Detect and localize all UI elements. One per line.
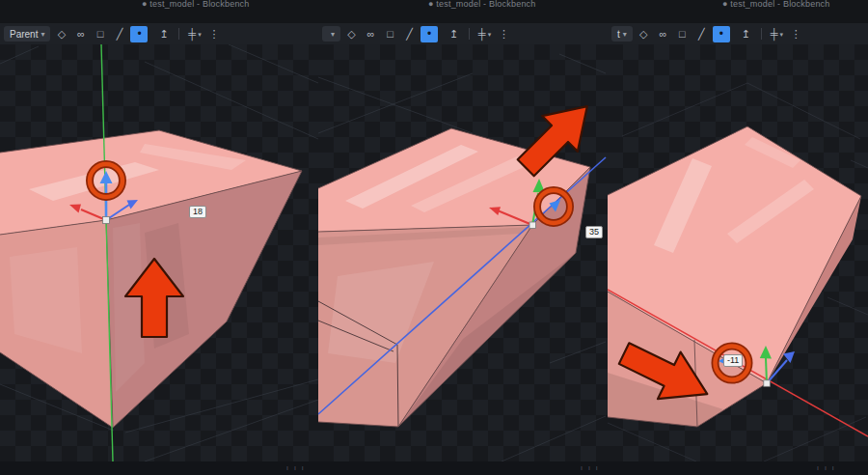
viewport-canvas-right[interactable] <box>608 44 868 461</box>
cube-tool-button[interactable]: □ <box>674 26 691 42</box>
tune-icon: ╪ <box>478 29 486 40</box>
tune-icon: ╪ <box>188 29 196 40</box>
link-tool-button[interactable]: ∞ <box>655 26 671 42</box>
statusbar-clipped-text: ı ı ı <box>581 464 600 471</box>
tune-button[interactable]: ╪ ▾ <box>769 26 785 42</box>
cube-tool-button[interactable]: □ <box>92 26 108 42</box>
titlebar: ● test_model - Blockbench <box>608 0 868 23</box>
kebab-menu-icon: ⋮ <box>499 29 509 40</box>
export-icon: ↥ <box>449 29 458 40</box>
gem-tool-button[interactable]: ◇ <box>636 26 652 42</box>
viewport[interactable]: 35 <box>318 44 608 461</box>
chevron-down-icon: ▾ <box>331 30 335 39</box>
line-icon: ╱ <box>698 29 705 40</box>
export-button[interactable]: ↥ <box>738 26 754 42</box>
cube-icon: □ <box>387 29 393 40</box>
window-title: ● test_model - Blockbench <box>722 0 830 9</box>
viewport[interactable]: -11 <box>608 44 868 461</box>
blockbench-window-right: ● test_model - Blockbench t ▾ ◇ ∞ □ ╱ • … <box>608 0 868 475</box>
link-icon: ∞ <box>77 29 85 40</box>
tune-button[interactable]: ╪ ▾ <box>476 26 493 42</box>
toolbar-separator <box>469 28 470 40</box>
box-model <box>318 128 590 427</box>
line-tool-button[interactable]: ╱ <box>401 26 418 42</box>
titlebar: ● test_model - Blockbench <box>318 0 608 23</box>
link-icon: ∞ <box>659 29 666 40</box>
vertex-dot-icon: • <box>719 28 723 40</box>
toolbar: t ▾ ◇ ∞ □ ╱ • ↥ ╪ ▾ ⋮ <box>608 23 868 44</box>
status-bar: ı ı ı ı ı ı ı ı ı <box>0 461 868 475</box>
parent-dropdown[interactable]: ▾ <box>322 26 340 42</box>
viewport-canvas-left[interactable] <box>0 44 318 461</box>
statusbar-clipped-text: ı ı ı <box>817 464 836 471</box>
export-button[interactable]: ↥ <box>155 26 172 42</box>
cube-icon: □ <box>97 29 104 40</box>
gem-icon: ◇ <box>639 29 647 40</box>
toolbar-separator <box>178 28 179 40</box>
chevron-down-icon: ▾ <box>488 31 492 38</box>
kebab-menu-icon: ⋮ <box>208 29 219 40</box>
line-tool-button[interactable]: ╱ <box>111 26 127 42</box>
gem-tool-button[interactable]: ◇ <box>53 26 69 42</box>
parent-dropdown[interactable]: Parent ▾ <box>4 26 50 42</box>
window-title: ● test_model - Blockbench <box>428 0 536 9</box>
overflow-menu-button[interactable]: ⋮ <box>496 26 512 42</box>
vertex-mode-button[interactable]: • <box>420 26 438 42</box>
parent-dropdown-label: t <box>617 29 620 40</box>
drag-value-badge: -11 <box>723 354 743 367</box>
chevron-down-icon: ▾ <box>198 31 202 38</box>
gem-icon: ◇ <box>347 29 355 40</box>
overflow-menu-button[interactable]: ⋮ <box>788 26 804 42</box>
export-icon: ↥ <box>742 29 750 40</box>
titlebar: ● test_model - Blockbench <box>0 0 318 23</box>
drag-value-badge: 35 <box>585 226 603 238</box>
toolbar: Parent ▾ ◇ ∞ □ ╱ • ↥ ╪ ▾ ⋮ <box>0 23 318 44</box>
blockbench-window-middle: ● test_model - Blockbench ▾ ◇ ∞ □ ╱ • ↥ … <box>318 0 608 475</box>
window-title: ● test_model - Blockbench <box>142 0 250 9</box>
composite-screenshot: ● test_model - Blockbench Parent ▾ ◇ ∞ □… <box>0 0 868 475</box>
viewport[interactable]: 18 <box>0 44 318 461</box>
parent-dropdown-label: Parent <box>10 29 38 40</box>
tune-button[interactable]: ╪ ▾ <box>186 26 203 42</box>
vertex-dot-icon: • <box>427 28 431 40</box>
overflow-menu-button[interactable]: ⋮ <box>205 26 222 42</box>
toolbar: ▾ ◇ ∞ □ ╱ • ↥ ╪ ▾ ⋮ <box>318 23 608 44</box>
export-icon: ↥ <box>159 29 168 40</box>
gem-icon: ◇ <box>58 29 66 40</box>
blockbench-window-left: ● test_model - Blockbench Parent ▾ ◇ ∞ □… <box>0 0 318 475</box>
link-tool-button[interactable]: ∞ <box>363 26 379 42</box>
cube-icon: □ <box>679 29 686 40</box>
export-button[interactable]: ↥ <box>446 26 462 42</box>
gem-tool-button[interactable]: ◇ <box>343 26 360 42</box>
line-icon: ╱ <box>117 29 123 40</box>
viewport-canvas-middle[interactable] <box>318 44 608 461</box>
chevron-down-icon: ▾ <box>623 30 627 39</box>
line-icon: ╱ <box>406 29 413 40</box>
vertex-mode-button[interactable]: • <box>130 26 148 42</box>
parent-dropdown[interactable]: t ▾ <box>611 26 633 42</box>
line-tool-button[interactable]: ╱ <box>693 26 710 42</box>
link-tool-button[interactable]: ∞ <box>72 26 89 42</box>
statusbar-clipped-text: ı ı ı <box>286 464 306 471</box>
chevron-down-icon: ▾ <box>41 30 44 39</box>
toolbar-separator <box>761 28 762 40</box>
drag-value-badge: 18 <box>189 206 206 218</box>
kebab-menu-icon: ⋮ <box>791 29 801 40</box>
link-icon: ∞ <box>367 29 375 40</box>
chevron-down-icon: ▾ <box>779 31 783 38</box>
tune-icon: ╪ <box>771 29 778 40</box>
vertex-mode-button[interactable]: • <box>713 26 730 42</box>
cube-tool-button[interactable]: □ <box>382 26 398 42</box>
vertex-dot-icon: • <box>137 28 141 40</box>
